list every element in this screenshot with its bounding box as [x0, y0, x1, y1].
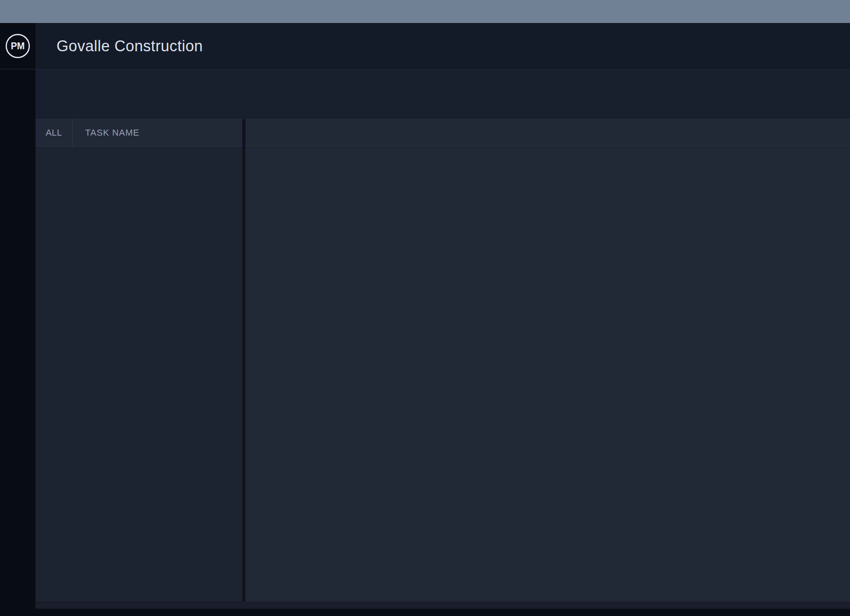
project-title: Govalle Construction [57, 38, 203, 55]
app-header: PM Govalle Construction [0, 23, 850, 69]
horizontal-scroll-area [36, 601, 850, 609]
gantt-toolbar [0, 69, 850, 119]
logo-block: PM [0, 23, 36, 69]
left-nav [0, 69, 36, 609]
column-header-all[interactable]: ALL [36, 119, 73, 146]
grid-header: ALL TASK NAME [36, 119, 850, 147]
column-header-task-name[interactable]: TASK NAME [73, 119, 140, 146]
gantt-chart [245, 147, 850, 601]
pm-logo-icon[interactable]: PM [6, 34, 30, 58]
panel-resize-handle[interactable] [242, 119, 245, 601]
timeline-header [245, 119, 850, 146]
bottom-bar [0, 609, 850, 616]
task-list [36, 147, 242, 601]
window-titlebar [0, 0, 850, 23]
